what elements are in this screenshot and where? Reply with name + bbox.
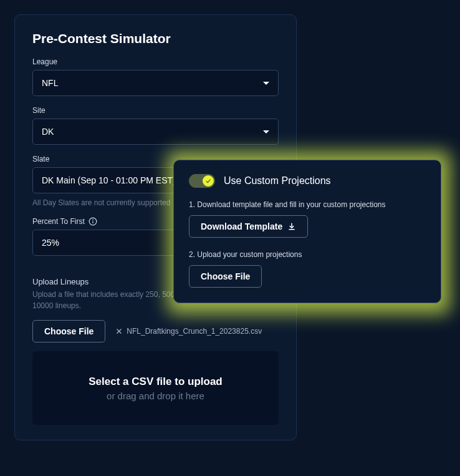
download-template-button[interactable]: Download Template	[189, 215, 308, 238]
league-select[interactable]: NFL	[32, 70, 279, 96]
close-icon[interactable]	[115, 328, 123, 335]
choose-file-button[interactable]: Choose File	[32, 320, 105, 342]
site-field: Site DK	[32, 106, 279, 145]
download-template-label: Download Template	[201, 221, 282, 231]
league-label: League	[32, 57, 279, 66]
dropzone[interactable]: Select a CSV file to upload or drag and …	[32, 351, 279, 425]
percent-value: 25%	[42, 238, 59, 248]
dropzone-secondary-text: or drag and drop it here	[107, 391, 204, 401]
popover-choose-file-button[interactable]: Choose File	[189, 265, 262, 288]
league-value: NFL	[42, 78, 58, 88]
custom-projections-toggle[interactable]	[189, 174, 215, 188]
step-1-text: 1. Download template file and fill in yo…	[189, 200, 426, 209]
page-title: Pre-Contest Simulator	[32, 31, 279, 46]
toggle-label: Use Custom Projections	[224, 175, 331, 187]
percent-label-text: Percent To First	[32, 217, 85, 226]
site-value: DK	[42, 127, 54, 137]
dropzone-primary-text: Select a CSV file to upload	[89, 376, 222, 388]
custom-projections-popover: Use Custom Projections 1. Download templ…	[173, 160, 441, 303]
step-2-text: 2. Upload your custom projections	[189, 250, 426, 259]
info-icon[interactable]	[89, 217, 97, 226]
site-label: Site	[32, 106, 279, 115]
toggle-row: Use Custom Projections	[189, 174, 426, 188]
league-field: League NFL	[32, 57, 279, 96]
svg-point-2	[93, 220, 93, 220]
file-name: NFL_Draftkings_Crunch_1_2023825.csv	[127, 327, 262, 336]
selected-file: NFL_Draftkings_Crunch_1_2023825.csv	[115, 327, 262, 336]
site-select[interactable]: DK	[32, 119, 279, 145]
popover-choose-file-label: Choose File	[201, 271, 250, 281]
download-icon	[287, 222, 296, 231]
choose-file-label: Choose File	[44, 326, 93, 336]
chevron-down-icon	[263, 130, 269, 134]
slate-value: DK Main (Sep 10 - 01:00 PM EST)	[42, 175, 176, 185]
chevron-down-icon	[263, 82, 269, 85]
file-row: Choose File NFL_Draftkings_Crunch_1_2023…	[32, 320, 279, 342]
toggle-knob	[203, 175, 214, 187]
